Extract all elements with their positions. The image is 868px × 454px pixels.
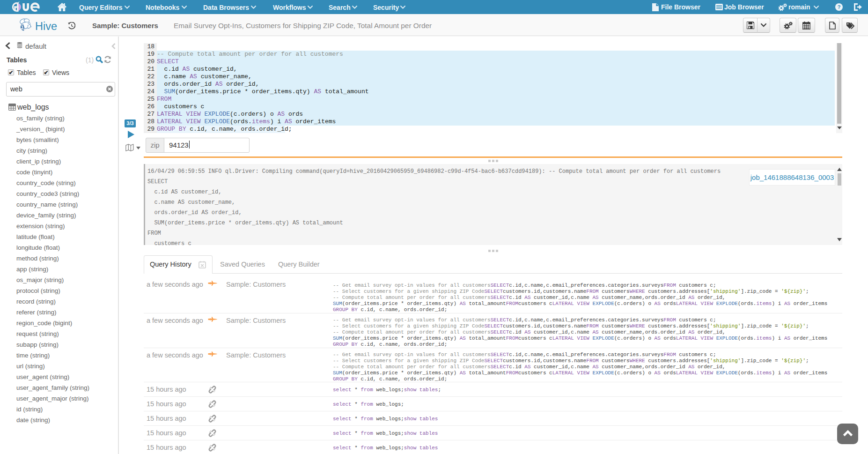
svg-text:?: ? <box>838 4 841 10</box>
